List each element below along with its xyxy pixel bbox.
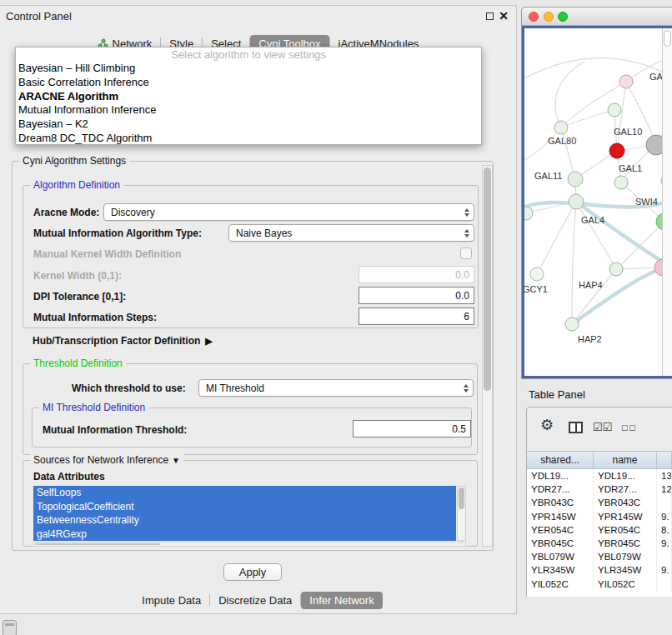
table-panel-window: ⚙ ☑☑ ◻◻ shared... name YDL19...YDL19...1… — [526, 407, 672, 597]
table-cell: YPR145W — [594, 510, 657, 523]
table-cell: YBL079W — [527, 550, 594, 563]
algorithm-option[interactable]: Basic Correlation Inference — [16, 76, 481, 90]
table-cell: 9. — [657, 537, 672, 550]
algorithm-option[interactable]: Mutual Information Inference — [16, 103, 481, 118]
spinner-icon — [464, 229, 469, 238]
column-header-shared-name[interactable]: shared... — [527, 452, 594, 468]
table-row[interactable]: YPR145WYPR145W9. — [527, 510, 672, 523]
selected-value: MI Threshold — [206, 382, 264, 394]
table-cell: YIL052C — [594, 578, 657, 591]
table-cell: YDL19... — [527, 469, 594, 482]
table-row[interactable]: YDL19...YDL19...13 — [527, 469, 672, 482]
deselect-columns-icon[interactable]: ◻◻ — [621, 422, 637, 432]
algorithm-option[interactable]: Bayesian – Hill Climbing — [16, 62, 481, 76]
network-node-label: GAL1 — [619, 163, 642, 173]
aracne-mode-label: Aracne Mode: — [33, 207, 99, 218]
dpi-tolerance-input[interactable] — [359, 287, 474, 304]
algorithm-dropdown-list: Bayesian – Hill ClimbingBasic Correlatio… — [16, 62, 481, 146]
network-node-label: GAL4 — [581, 215, 604, 225]
attributes-scrollbar-thumb[interactable] — [459, 488, 464, 509]
attributes-hscrollbar-track[interactable] — [33, 542, 466, 547]
zoom-traffic-light[interactable] — [558, 12, 568, 22]
mi-steps-input[interactable] — [359, 308, 474, 325]
threshold-definition-group: Threshold Definition Which threshold to … — [23, 363, 478, 455]
network-view-window: GALGAL80GAL10GAL11GAL1SWI4GAL4GCY1HAP4HA… — [521, 7, 672, 379]
algorithm-option[interactable]: Bayesian – K2 — [16, 118, 481, 132]
close-icon[interactable]: ✕ — [499, 9, 509, 22]
attributes-scrollbar-track[interactable] — [457, 486, 466, 541]
tab-impute-data[interactable]: Impute Data — [133, 592, 209, 609]
manual-kernel-checkbox[interactable] — [460, 248, 472, 259]
data-attribute-item[interactable]: TopologicalCoefficient — [33, 500, 456, 514]
dpi-tolerance-label: DPI Tolerance [0,1]: — [33, 291, 126, 302]
network-node[interactable] — [565, 318, 579, 331]
sources-toggle[interactable]: Sources for Network Inference ▼ — [30, 454, 183, 466]
algorithm-dropdown-popup: Select algorithm to view settings Bayesi… — [15, 47, 482, 145]
table-panel-title: Table Panel — [529, 388, 585, 401]
gear-icon[interactable]: ⚙ — [540, 418, 554, 432]
settings-scrollbar-track[interactable] — [482, 165, 493, 547]
data-attribute-item[interactable]: BetweennessCentrality — [33, 513, 456, 528]
network-scrollbar-track[interactable] — [662, 28, 672, 376]
tab-infer-network[interactable]: Infer Network — [301, 592, 382, 609]
attributes-hscrollbar-thumb[interactable] — [35, 543, 160, 545]
expanded-arrow-icon: ▼ — [172, 456, 180, 465]
network-node[interactable] — [608, 103, 621, 117]
which-threshold-select[interactable]: MI Threshold — [198, 379, 474, 397]
table-row[interactable]: YDR27...YDR27...12 — [527, 482, 672, 496]
network-node[interactable] — [530, 268, 544, 281]
float-window-icon[interactable] — [486, 12, 494, 20]
network-window-titlebar — [522, 8, 672, 26]
table-row[interactable]: YIL052CYIL052C — [527, 578, 672, 591]
network-node[interactable] — [614, 176, 628, 189]
apply-button[interactable]: Apply — [223, 563, 282, 581]
table-row[interactable]: YBR045CYBR045C9. — [527, 537, 672, 550]
table-row[interactable]: YBR043CYBR043C — [527, 496, 672, 509]
network-node[interactable] — [609, 262, 623, 276]
table-body: YDL19...YDL19...13YDR27...YDR27...12YBR0… — [527, 469, 672, 597]
column-header-name[interactable]: name — [594, 452, 657, 468]
cyni-bottom-tabbar: Impute Data Discretize Data Infer Networ… — [0, 591, 516, 609]
group-title: MI Threshold Definition — [39, 402, 148, 413]
hub-definition-toggle[interactable]: Hub/Transcription Factor Definition ▶ — [33, 335, 213, 347]
minimize-traffic-light[interactable] — [544, 12, 554, 22]
column-header-extra[interactable] — [657, 452, 672, 468]
network-canvas[interactable]: GALGAL80GAL10GAL11GAL1SWI4GAL4GCY1HAP4HA… — [522, 26, 672, 378]
table-cell — [657, 578, 672, 591]
network-node[interactable] — [619, 75, 633, 88]
algorithm-definition-group: Algorithm Definition Aracne Mode: Discov… — [23, 185, 479, 328]
table-cell — [657, 496, 672, 509]
network-node[interactable] — [569, 194, 584, 209]
algorithm-option[interactable]: ARACNE Algorithm — [16, 90, 481, 104]
algorithm-option[interactable]: Dream8 DC_TDC Algorithm — [16, 132, 481, 146]
network-node[interactable] — [524, 207, 533, 220]
network-node[interactable] — [609, 143, 624, 158]
minimized-panel-icon[interactable] — [3, 620, 17, 635]
data-attribute-item[interactable]: gal4RGexp — [33, 528, 456, 542]
network-edge — [555, 62, 584, 128]
network-node[interactable] — [568, 172, 583, 187]
mi-threshold-input[interactable] — [353, 420, 471, 438]
table-cell: YBL079W — [594, 550, 657, 563]
settings-scrollbar-thumb[interactable] — [484, 168, 491, 391]
select-columns-icon[interactable]: ☑☑ — [593, 421, 612, 433]
data-attribute-item[interactable]: SelfLoops — [33, 486, 456, 500]
kernel-width-input[interactable] — [359, 266, 474, 283]
table-row[interactable]: YLR345WYLR345W9. — [527, 563, 672, 577]
close-traffic-light[interactable] — [529, 12, 539, 22]
table-cell: YBR043C — [594, 496, 657, 509]
network-scrollbar-thumb[interactable] — [664, 30, 671, 47]
sources-group: Sources for Network Inference ▼ Data Att… — [23, 460, 478, 547]
tab-discretize-data[interactable]: Discretize Data — [210, 592, 300, 609]
table-header-row: shared... name — [527, 451, 672, 469]
table-row[interactable]: YER054CYER054C8. — [527, 523, 672, 537]
network-node[interactable] — [554, 121, 568, 134]
table-cell: YBR043C — [527, 496, 594, 509]
table-row[interactable]: YBL079WYBL079W — [527, 550, 672, 563]
mi-type-select[interactable]: Naive Bayes — [228, 224, 474, 242]
columns-icon[interactable] — [569, 422, 583, 433]
network-node-label: GAL11 — [534, 171, 562, 181]
group-title: Threshold Definition — [30, 358, 126, 369]
table-cell: 13 — [657, 469, 672, 482]
aracne-mode-select[interactable]: Discovery — [103, 203, 474, 221]
